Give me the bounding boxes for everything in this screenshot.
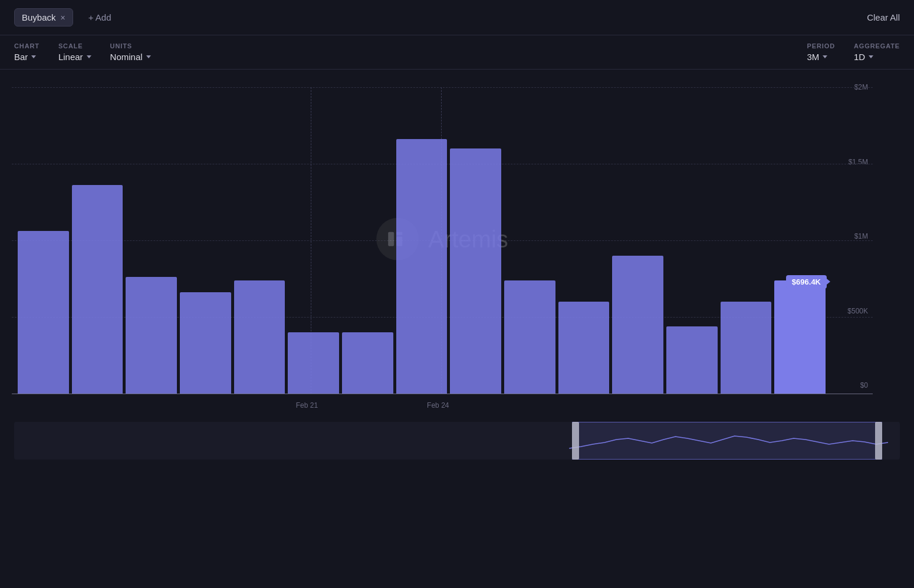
bar-wrapper xyxy=(72,87,123,394)
controls-bar: CHART Bar SCALE Linear UNITS Nominal PER… xyxy=(0,35,914,70)
bar-wrapper xyxy=(234,87,285,394)
chart-inner: Artemis $696.4K Feb 21 Feb 24 $2M $1.5M … xyxy=(12,70,873,417)
bar-wrapper xyxy=(612,87,663,394)
mini-chart-inner xyxy=(14,422,900,460)
chart-area: Artemis $696.4K Feb 21 Feb 24 $2M $1.5M … xyxy=(0,70,914,417)
bar-wrapper xyxy=(342,87,393,394)
bar-wrapper xyxy=(558,87,610,394)
bar-wrapper xyxy=(288,87,339,394)
bar-wrapper xyxy=(396,87,448,394)
chip-close-icon[interactable]: × xyxy=(61,13,65,22)
aggregate-value: 1D xyxy=(854,52,865,62)
mini-handle-right[interactable] xyxy=(875,422,882,460)
top-bar: Buyback × + Add Clear All xyxy=(0,0,914,35)
bar-wrapper xyxy=(450,87,501,394)
bar-wrapper xyxy=(774,87,826,394)
bar-wrapper xyxy=(504,87,555,394)
bar[interactable] xyxy=(18,231,69,394)
bars-container xyxy=(12,87,831,394)
scale-select[interactable]: Linear xyxy=(58,52,91,62)
aggregate-label: AGGREGATE xyxy=(854,42,900,49)
chip-label: Buyback xyxy=(22,12,56,22)
scale-chevron-icon xyxy=(87,55,91,58)
y-label-1-5m: $1.5M xyxy=(831,158,873,166)
bar[interactable] xyxy=(396,139,448,394)
mini-selection xyxy=(572,422,882,460)
period-chevron-icon xyxy=(823,55,827,58)
mini-chart xyxy=(0,417,914,464)
scale-value: Linear xyxy=(58,52,83,62)
bar-wrapper xyxy=(666,87,718,394)
aggregate-select[interactable]: 1D xyxy=(854,52,900,62)
bar[interactable] xyxy=(234,280,285,394)
bar[interactable] xyxy=(450,148,501,394)
x-axis: Feb 21 Feb 24 xyxy=(12,394,831,417)
units-select[interactable]: Nominal xyxy=(110,52,151,62)
bar[interactable] xyxy=(612,256,663,394)
bar[interactable] xyxy=(180,292,231,394)
buyback-chip[interactable]: Buyback × xyxy=(14,8,73,27)
y-label-0: $0 xyxy=(831,381,873,389)
period-value: 3M xyxy=(807,52,820,62)
chart-label: CHART xyxy=(14,42,40,49)
period-select[interactable]: 3M xyxy=(807,52,835,62)
clear-all-button[interactable]: Clear All xyxy=(867,12,900,22)
bar[interactable] xyxy=(288,332,339,394)
units-label: UNITS xyxy=(110,42,151,49)
y-axis: $2M $1.5M $1M $500K $0 xyxy=(831,87,873,394)
controls-right: PERIOD 3M AGGREGATE 1D xyxy=(807,42,900,62)
bar-wrapper xyxy=(126,87,177,394)
bar[interactable] xyxy=(72,185,123,394)
bar[interactable] xyxy=(666,326,718,394)
add-button[interactable]: + Add xyxy=(83,9,117,26)
bar[interactable] xyxy=(342,332,393,394)
scale-label: SCALE xyxy=(58,42,91,49)
tooltip-value: $696.4K xyxy=(792,278,821,286)
bar[interactable] xyxy=(774,280,826,394)
chart-chevron-icon xyxy=(31,55,36,58)
bar[interactable] xyxy=(558,302,610,394)
units-control: UNITS Nominal xyxy=(110,42,151,62)
mini-handle-left[interactable] xyxy=(572,422,579,460)
bar-wrapper xyxy=(18,87,69,394)
bar[interactable] xyxy=(504,280,555,394)
period-control: PERIOD 3M xyxy=(807,42,835,62)
units-chevron-icon xyxy=(146,55,151,58)
bar[interactable] xyxy=(721,302,772,394)
scale-control: SCALE Linear xyxy=(58,42,91,62)
bar[interactable] xyxy=(126,277,177,394)
period-label: PERIOD xyxy=(807,42,835,49)
chart-select[interactable]: Bar xyxy=(14,52,40,62)
aggregate-control: AGGREGATE 1D xyxy=(854,42,900,62)
y-label-1m: $1M xyxy=(831,232,873,240)
x-label-feb21: Feb 21 xyxy=(296,401,318,409)
tooltip: $696.4K xyxy=(786,275,827,289)
y-label-2m: $2M xyxy=(831,83,873,91)
chart-value: Bar xyxy=(14,52,28,62)
y-label-500k: $500K xyxy=(831,307,873,315)
bar-wrapper xyxy=(721,87,772,394)
units-value: Nominal xyxy=(110,52,143,62)
aggregate-chevron-icon xyxy=(869,55,873,58)
x-label-feb24: Feb 24 xyxy=(427,401,449,409)
chart-control: CHART Bar xyxy=(14,42,40,62)
bar-wrapper xyxy=(180,87,231,394)
